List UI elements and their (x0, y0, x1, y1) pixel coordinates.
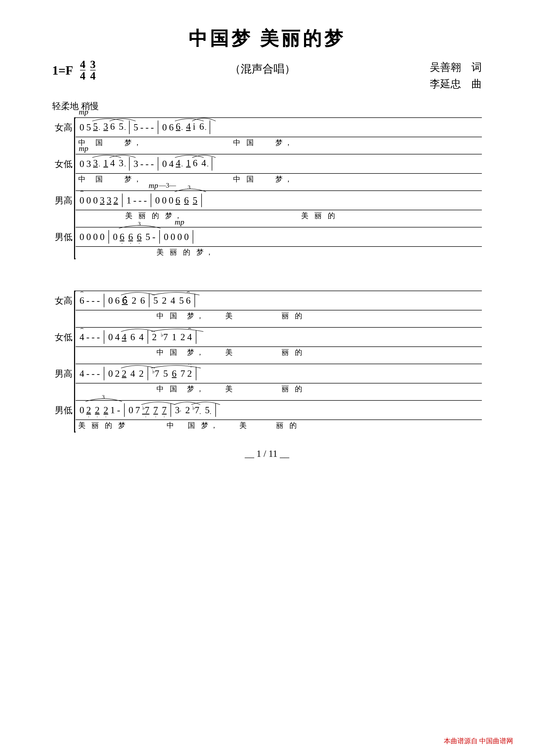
note: - (97, 332, 100, 342)
note: 2 (180, 332, 185, 342)
note: 6 (172, 368, 177, 379)
svg-text:3: 3 (188, 184, 191, 190)
header-row: 1=F 44 34 （混声合唱） 吴善翱 词 李延忠 曲 (52, 59, 482, 92)
note: 2 (132, 295, 136, 306)
triplet-tenor: —3— (159, 181, 176, 189)
bar-line (104, 367, 104, 380)
bar-line (122, 194, 122, 207)
note: 4 (115, 332, 120, 342)
alto-lyrics2: 中 国 梦， 美 丽 的 (76, 347, 482, 360)
tenor-lyrics: 美 丽 的 梦， 美 丽 的 (76, 210, 482, 223)
note: - (91, 332, 95, 342)
note: - (151, 122, 154, 133)
dynamics-mp-alto: mp (79, 144, 89, 153)
lyricist-name: 吴善翱 (430, 61, 461, 73)
note: 3 (100, 195, 105, 206)
note: 5 (153, 295, 158, 306)
note: - (140, 122, 143, 133)
soprano-lyrics: 中 国 梦， 中 国 梦， (76, 137, 482, 150)
note: 5 (134, 122, 138, 133)
note: 1 (110, 405, 115, 416)
note: ♭7· (142, 405, 149, 416)
bar-line (104, 330, 104, 344)
note: - (97, 295, 100, 306)
dynamics-mp-bass: mp (175, 218, 184, 227)
note: 0 (86, 231, 91, 242)
note: 0 (162, 122, 167, 133)
note: 6· (137, 231, 141, 242)
alto-label: 女低 (52, 154, 76, 170)
dynamics-mp-tenor: mp (149, 181, 158, 190)
note: 2 (114, 195, 118, 206)
tenor-label: 男高 (52, 190, 76, 206)
key-info: 1=F 44 34 (52, 59, 96, 81)
note: 2· (95, 405, 100, 416)
note: 0 (170, 231, 175, 242)
note: 2 (185, 405, 190, 416)
note: 6 (176, 121, 180, 132)
note: 2 (115, 368, 120, 379)
note: 2 (162, 295, 166, 306)
note: 0 (164, 231, 168, 242)
bar-line (124, 403, 125, 417)
bar-line (109, 230, 109, 244)
note: 3 (93, 158, 98, 169)
note: 7· (153, 405, 158, 416)
note: 3 (107, 195, 111, 206)
tenor-lyrics2: 中 国 梦， 美 丽 的 (76, 384, 482, 396)
system-1: 女高 mp 0 5 (52, 118, 482, 259)
voice-soprano-row: 女高 mp 0 5 (52, 118, 482, 150)
note: 0 (80, 122, 84, 133)
bar-line (212, 157, 212, 171)
note: - (86, 368, 89, 379)
note: 0 (129, 405, 133, 416)
soprano-stave: 0 5 5· 3 (76, 118, 482, 137)
note: 2 (122, 368, 126, 379)
note: 1 (172, 332, 177, 342)
footer-source: 本曲谱源自 中国曲谱网 (444, 737, 513, 745)
bar-line (210, 121, 210, 134)
note: 6⌢ (80, 295, 84, 306)
subtitle: （混声合唱） (96, 59, 430, 76)
note: 0 (80, 405, 84, 416)
voice-alto-row2: 女低 4⌢ - - - 0 4 (52, 327, 482, 360)
note: - (86, 295, 89, 306)
note: 2· (104, 405, 108, 416)
note: i· (193, 121, 195, 132)
composer-label: 曲 (471, 78, 482, 90)
note: 6 (110, 121, 115, 132)
note: 5 (93, 121, 98, 132)
alto-lyrics: 中 国 梦， 中 国 梦， (76, 174, 482, 186)
note: 0 (108, 368, 113, 379)
soprano-label2: 女高 (52, 291, 76, 307)
note: 0⌢ (80, 195, 84, 206)
note: - (133, 195, 136, 206)
bar-line (158, 121, 158, 134)
note: 2· (86, 405, 91, 416)
note: 1 (104, 158, 108, 169)
note: 2 (139, 368, 144, 379)
page-title: 中国梦 美丽的梦 (52, 26, 482, 51)
bass-label2: 男低 (52, 400, 76, 416)
note: ♭7 (152, 368, 159, 379)
note: 0 (93, 231, 98, 242)
svg-text:3: 3 (138, 220, 141, 227)
note: 6 (175, 195, 180, 206)
note: 0 (108, 295, 113, 306)
note: 5 (163, 368, 168, 379)
svg-text:3: 3 (102, 394, 105, 400)
note: - (139, 195, 141, 206)
tempo-mark: 轻柔地 稍慢 (52, 100, 482, 112)
note: 0 (162, 195, 166, 206)
bar-line (201, 194, 202, 207)
voice-alto-row: 女低 mp 0 3 3· 1 (52, 154, 482, 186)
soprano-label: 女高 (52, 118, 76, 134)
note: - (117, 405, 120, 416)
voice-bass-row: 男低 mp 0 0 0 0 0 (52, 227, 482, 259)
soprano-lyrics2: 中 国 梦， 美 丽 的 (76, 310, 482, 323)
note: 6 (199, 121, 204, 132)
note: 6 (193, 158, 198, 169)
bar-line (193, 230, 193, 244)
note: 5· (205, 405, 212, 416)
note: 4 (130, 368, 135, 379)
